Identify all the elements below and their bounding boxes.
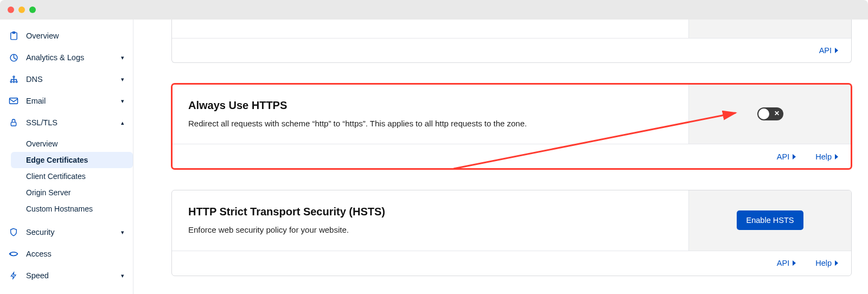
sidebar-item-label: DNS (26, 75, 113, 84)
card-top-action-area (688, 20, 851, 38)
sidebar-item-overview[interactable]: Overview (0, 25, 133, 47)
chevron-down-icon: ▾ (121, 76, 124, 83)
sidebar-subitem-origin-server[interactable]: Origin Server (26, 184, 133, 201)
close-window-icon[interactable] (8, 7, 14, 13)
overview-icon (9, 31, 18, 41)
sidebar-item-speed[interactable]: Speed ▾ (0, 265, 133, 286)
sidebar-item-dns[interactable]: DNS ▾ (0, 68, 133, 90)
svg-point-4 (10, 81, 12, 82)
sidebar-item-security[interactable]: Security ▾ (0, 221, 133, 243)
toggle-off-x-icon: ✕ (774, 110, 780, 117)
dns-icon (9, 75, 18, 84)
sidebar-item-analytics[interactable]: Analytics & Logs ▾ (0, 47, 133, 68)
lock-icon (9, 118, 18, 127)
speed-icon (9, 271, 18, 280)
svg-rect-7 (10, 98, 18, 104)
ssl-tls-submenu: Overview Edge Certificates Client Certif… (0, 133, 133, 221)
card-description: Redirect all requests with scheme “http”… (188, 117, 672, 130)
api-link[interactable]: API (777, 152, 796, 161)
caret-right-icon (793, 154, 796, 159)
api-link[interactable]: API (819, 46, 838, 55)
chevron-down-icon: ▾ (121, 98, 124, 105)
chevron-up-icon: ▴ (121, 119, 124, 126)
email-icon (9, 97, 18, 105)
sidebar-item-label: Security (26, 228, 113, 237)
sidebar-item-label: SSL/TLS (26, 118, 113, 127)
sidebar-item-label: Speed (26, 271, 113, 280)
main-panel: API Always Use HTTPS Redirect all reques… (133, 20, 868, 294)
chevron-down-icon: ▾ (121, 229, 124, 236)
card-hsts: HTTP Strict Transport Security (HSTS) En… (171, 190, 852, 276)
caret-right-icon (793, 260, 796, 266)
sidebar-subitem-client-certificates[interactable]: Client Certificates (26, 168, 133, 184)
analytics-icon (9, 53, 18, 62)
caret-right-icon (835, 260, 838, 266)
card-title: HTTP Strict Transport Security (HSTS) (188, 206, 672, 218)
sidebar-item-ssl-tls[interactable]: SSL/TLS ▴ (0, 112, 133, 133)
sidebar: Overview Analytics & Logs ▾ DNS ▾ Email … (0, 20, 133, 294)
sidebar-item-label: Email (26, 97, 113, 105)
access-icon (9, 250, 18, 258)
sidebar-subitem-ssl-overview[interactable]: Overview (26, 136, 133, 152)
svg-point-6 (16, 81, 17, 82)
minimize-window-icon[interactable] (18, 7, 25, 13)
api-link[interactable]: API (777, 259, 796, 267)
shield-icon (9, 227, 18, 237)
caret-right-icon (835, 48, 838, 53)
card-title: Always Use HTTPS (188, 99, 672, 112)
chevron-down-icon: ▾ (121, 272, 124, 279)
sidebar-item-email[interactable]: Email ▾ (0, 90, 133, 112)
sidebar-item-label: Overview (26, 31, 124, 40)
svg-rect-8 (11, 122, 16, 126)
sidebar-item-label: Analytics & Logs (26, 53, 113, 62)
card-top-partial: API (171, 20, 852, 63)
sidebar-subitem-custom-hostnames[interactable]: Custom Hostnames (26, 201, 133, 217)
sidebar-item-access[interactable]: Access (0, 243, 133, 265)
card-description: Enforce web security policy for your web… (188, 223, 672, 236)
chevron-down-icon: ▾ (121, 54, 124, 61)
sidebar-subitem-edge-certificates[interactable]: Edge Certificates (11, 152, 133, 168)
help-link[interactable]: Help (815, 152, 838, 161)
card-always-use-https: Always Use HTTPS Redirect all requests w… (171, 84, 852, 169)
enable-hsts-button[interactable]: Enable HSTS (737, 210, 804, 230)
caret-right-icon (835, 154, 838, 159)
always-use-https-toggle[interactable]: ✕ (757, 107, 783, 120)
maximize-window-icon[interactable] (29, 7, 36, 13)
sidebar-item-label: Access (26, 250, 124, 258)
window-titlebar (0, 0, 868, 20)
svg-point-5 (13, 81, 15, 82)
help-link[interactable]: Help (815, 259, 838, 267)
toggle-knob (758, 108, 769, 119)
svg-point-3 (13, 76, 15, 78)
